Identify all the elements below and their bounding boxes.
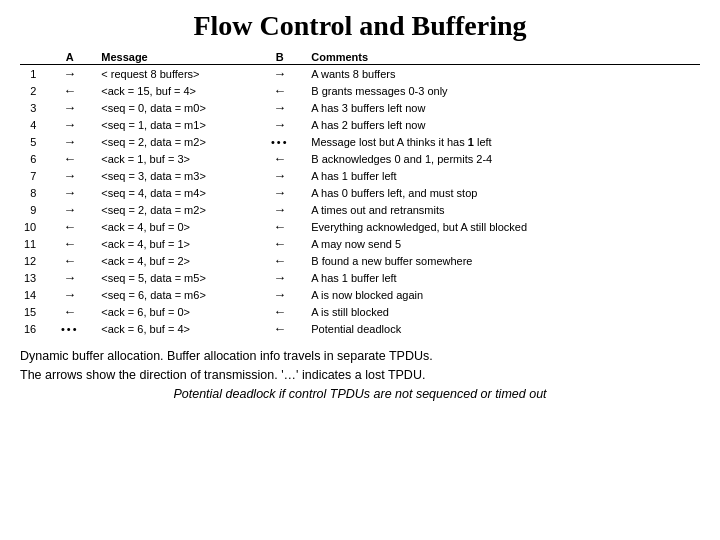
col-message: <seq = 1, data = m1> [97, 116, 252, 133]
col-a-arrow: ← [42, 252, 97, 269]
col-a-arrow: → [42, 65, 97, 83]
row-num: 4 [20, 116, 42, 133]
footer-line2: The arrows show the direction of transmi… [20, 366, 700, 385]
col-message: <ack = 4, buf = 1> [97, 235, 252, 252]
col-a-arrow: → [42, 184, 97, 201]
col-message: <seq = 2, data = m2> [97, 201, 252, 218]
col-message: <ack = 4, buf = 2> [97, 252, 252, 269]
col-comment: Message lost but A thinks it has 1 left [307, 133, 700, 150]
col-b-arrow: ← [252, 303, 307, 320]
table-row: 2←<ack = 15, buf = 4>←B grants messages … [20, 82, 700, 99]
col-message: <seq = 0, data = m0> [97, 99, 252, 116]
table-row: 3→<seq = 0, data = m0>→A has 3 buffers l… [20, 99, 700, 116]
col-a-arrow: → [42, 99, 97, 116]
table-row: 13→<seq = 5, data = m5>→A has 1 buffer l… [20, 269, 700, 286]
col-comment: Everything acknowledged, but A still blo… [307, 218, 700, 235]
col-comment: A wants 8 buffers [307, 65, 700, 83]
col-comment: A has 1 buffer left [307, 269, 700, 286]
table-row: 8→<seq = 4, data = m4>→A has 0 buffers l… [20, 184, 700, 201]
col-comment: B acknowledges 0 and 1, permits 2-4 [307, 150, 700, 167]
col-message: < request 8 buffers> [97, 65, 252, 83]
col-b-arrow: ← [252, 252, 307, 269]
col-a-arrow: → [42, 286, 97, 303]
col-comment: A has 0 buffers left, and must stop [307, 184, 700, 201]
col-a-arrow: ← [42, 150, 97, 167]
row-num: 9 [20, 201, 42, 218]
col-comment: B grants messages 0-3 only [307, 82, 700, 99]
col-message: <ack = 1, buf = 3> [97, 150, 252, 167]
row-num: 3 [20, 99, 42, 116]
col-b-arrow: ••• [252, 133, 307, 150]
col-message: <ack = 15, buf = 4> [97, 82, 252, 99]
footer-line3: Potential deadlock if control TPDUs are … [20, 385, 700, 404]
footer-line1: Dynamic buffer allocation. Buffer alloca… [20, 347, 700, 366]
table-row: 6←<ack = 1, buf = 3>←B acknowledges 0 an… [20, 150, 700, 167]
table-row: 16•••<ack = 6, buf = 4>←Potential deadlo… [20, 320, 700, 337]
col-a-arrow: ← [42, 303, 97, 320]
col-a-arrow: → [42, 269, 97, 286]
col-b-arrow: → [252, 65, 307, 83]
col-a-arrow: ••• [42, 320, 97, 337]
col-b-arrow: → [252, 167, 307, 184]
footer: Dynamic buffer allocation. Buffer alloca… [20, 347, 700, 403]
col-comment: A is still blocked [307, 303, 700, 320]
col-b-arrow: ← [252, 150, 307, 167]
col-b-arrow: → [252, 269, 307, 286]
col-header-comment: Comments [307, 50, 700, 65]
col-message: <seq = 5, data = m5> [97, 269, 252, 286]
col-a-arrow: ← [42, 82, 97, 99]
table-row: 15←<ack = 6, buf = 0>←A is still blocked [20, 303, 700, 320]
col-a-arrow: → [42, 116, 97, 133]
col-b-arrow: ← [252, 235, 307, 252]
row-num: 14 [20, 286, 42, 303]
row-num: 13 [20, 269, 42, 286]
row-num: 6 [20, 150, 42, 167]
col-comment: A has 1 buffer left [307, 167, 700, 184]
row-num: 7 [20, 167, 42, 184]
col-a-arrow: → [42, 133, 97, 150]
table-row: 1→< request 8 buffers>→A wants 8 buffers [20, 65, 700, 83]
col-header-num [20, 50, 42, 65]
col-message: <seq = 3, data = m3> [97, 167, 252, 184]
page-title: Flow Control and Buffering [20, 10, 700, 42]
col-comment: Potential deadlock [307, 320, 700, 337]
col-header-a: A [42, 50, 97, 65]
col-a-arrow: ← [42, 218, 97, 235]
row-num: 10 [20, 218, 42, 235]
col-message: <seq = 2, data = m2> [97, 133, 252, 150]
col-a-arrow: ← [42, 235, 97, 252]
flow-control-table: A Message B Comments 1→< request 8 buffe… [20, 50, 700, 337]
col-header-b: B [252, 50, 307, 65]
col-b-arrow: → [252, 184, 307, 201]
row-num: 1 [20, 65, 42, 83]
col-comment: A has 2 buffers left now [307, 116, 700, 133]
row-num: 16 [20, 320, 42, 337]
col-b-arrow: → [252, 286, 307, 303]
col-message: <ack = 6, buf = 0> [97, 303, 252, 320]
row-num: 5 [20, 133, 42, 150]
table-row: 7→<seq = 3, data = m3>→A has 1 buffer le… [20, 167, 700, 184]
table-row: 5→<seq = 2, data = m2>•••Message lost bu… [20, 133, 700, 150]
col-b-arrow: → [252, 99, 307, 116]
row-num: 11 [20, 235, 42, 252]
table-row: 9→<seq = 2, data = m2>→A times out and r… [20, 201, 700, 218]
col-b-arrow: ← [252, 82, 307, 99]
col-header-msg: Message [97, 50, 252, 65]
col-comment: B found a new buffer somewhere [307, 252, 700, 269]
col-comment: A is now blocked again [307, 286, 700, 303]
row-num: 2 [20, 82, 42, 99]
col-comment: A has 3 buffers left now [307, 99, 700, 116]
col-b-arrow: → [252, 201, 307, 218]
table-row: 10←<ack = 4, buf = 0>←Everything acknowl… [20, 218, 700, 235]
col-b-arrow: ← [252, 320, 307, 337]
row-num: 8 [20, 184, 42, 201]
col-b-arrow: ← [252, 218, 307, 235]
col-comment: A may now send 5 [307, 235, 700, 252]
col-message: <seq = 4, data = m4> [97, 184, 252, 201]
table-row: 12←<ack = 4, buf = 2>←B found a new buff… [20, 252, 700, 269]
table-row: 14→<seq = 6, data = m6>→A is now blocked… [20, 286, 700, 303]
col-comment: A times out and retransmits [307, 201, 700, 218]
col-message: <ack = 6, buf = 4> [97, 320, 252, 337]
col-a-arrow: → [42, 167, 97, 184]
col-a-arrow: → [42, 201, 97, 218]
